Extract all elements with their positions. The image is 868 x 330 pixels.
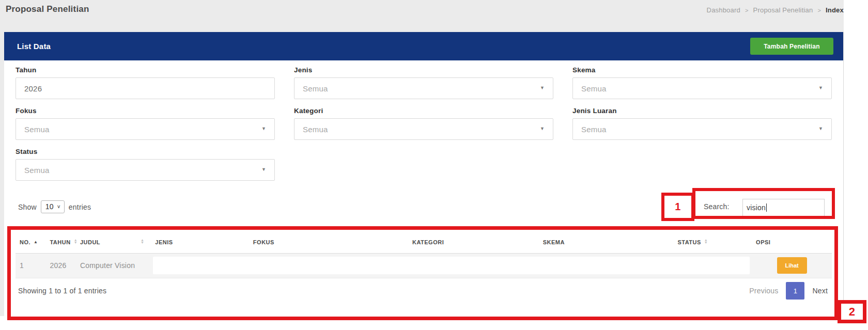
- entries-label: entries: [69, 203, 91, 211]
- breadcrumb-dashboard[interactable]: Dashboard: [707, 6, 740, 14]
- breadcrumb-proposal-penelitian[interactable]: Proposal Penelitian: [753, 6, 813, 14]
- kategori-label: Kategori: [294, 107, 553, 115]
- page-length-select[interactable]: 10˅: [41, 200, 65, 213]
- tahun-label: Tahun: [16, 66, 275, 74]
- filter-grid: Tahun Jenis Semua Skema Semua Fokus Semu…: [16, 66, 832, 181]
- skema-label: Skema: [572, 66, 832, 74]
- jenis-luaran-label: Jenis Luaran: [572, 107, 832, 115]
- kategori-select[interactable]: Semua: [294, 118, 553, 140]
- jenis-label: Jenis: [294, 66, 553, 74]
- tahun-input[interactable]: [24, 78, 266, 99]
- breadcrumb-separator-icon: >: [745, 7, 749, 13]
- filter-skema: Skema Semua: [572, 66, 832, 99]
- chevron-down-icon: ˅: [57, 204, 60, 210]
- breadcrumb: Dashboard>Proposal Penelitian>Index: [594, 6, 844, 14]
- status-label: Status: [16, 148, 275, 155]
- card-header: List Data Tambah Penelitian: [4, 32, 843, 60]
- tahun-input-wrapper: [16, 77, 275, 99]
- status-select[interactable]: Semua: [16, 159, 275, 181]
- jenis-luaran-select[interactable]: Semua: [572, 118, 832, 140]
- show-entries-control: Show 10˅ entries: [18, 200, 91, 213]
- fokus-select[interactable]: Semua: [16, 118, 275, 140]
- page-length-value: 10: [45, 202, 54, 211]
- tambah-penelitian-button[interactable]: Tambah Penelitian: [750, 38, 833, 55]
- annotation-badge-1: 1: [661, 193, 694, 221]
- filter-kategori: Kategori Semua: [294, 107, 553, 140]
- breadcrumb-current-index: Index: [826, 6, 844, 14]
- jenis-select[interactable]: Semua: [294, 77, 553, 99]
- filter-jenis: Jenis Semua: [294, 66, 553, 99]
- filter-jenis-luaran: Jenis Luaran Semua: [572, 107, 832, 140]
- skema-select[interactable]: Semua: [572, 77, 832, 99]
- filter-status: Status Semua: [16, 148, 275, 181]
- fokus-label: Fokus: [16, 107, 275, 115]
- annotation-badge-2: 2: [838, 300, 866, 323]
- filter-fokus: Fokus Semua: [16, 107, 275, 140]
- filter-tahun: Tahun: [16, 66, 275, 99]
- page-right-edge-divider: [843, 32, 844, 307]
- card-title: List Data: [17, 42, 51, 51]
- page-title: Proposal Penelitian: [6, 4, 89, 14]
- annotation-box-1-search: [692, 188, 835, 219]
- show-label: Show: [18, 203, 37, 211]
- breadcrumb-separator-icon: >: [817, 7, 821, 13]
- annotation-box-2-table: [7, 226, 838, 320]
